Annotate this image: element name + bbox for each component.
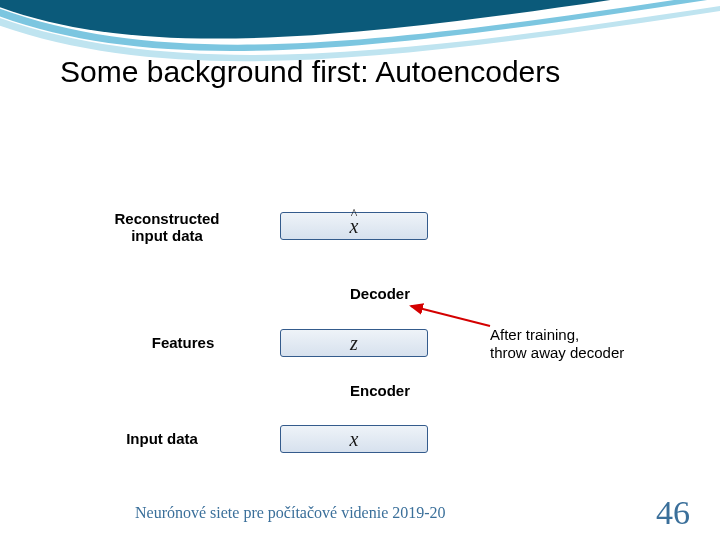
label-input: Input data <box>112 430 212 447</box>
page-number: 46 <box>656 494 690 532</box>
var-box-xhat: ^ x <box>280 212 428 240</box>
var-box-z: z <box>280 329 428 357</box>
var-x: x <box>350 428 359 451</box>
arrow-throw-away <box>405 302 495 332</box>
label-decoder: Decoder <box>350 285 410 302</box>
footer-course: Neurónové siete pre počítačové videnie 2… <box>135 504 446 522</box>
var-xhat: ^ x <box>350 215 359 238</box>
svg-line-0 <box>411 306 490 326</box>
slide-title: Some background first: Autoencoders <box>60 55 560 89</box>
note-after-training: After training, throw away decoder <box>490 326 624 362</box>
label-features: Features <box>133 334 233 351</box>
var-z: z <box>350 332 358 355</box>
label-encoder: Encoder <box>350 382 410 399</box>
label-reconstructed: Reconstructed input data <box>97 210 237 245</box>
var-box-x: x <box>280 425 428 453</box>
